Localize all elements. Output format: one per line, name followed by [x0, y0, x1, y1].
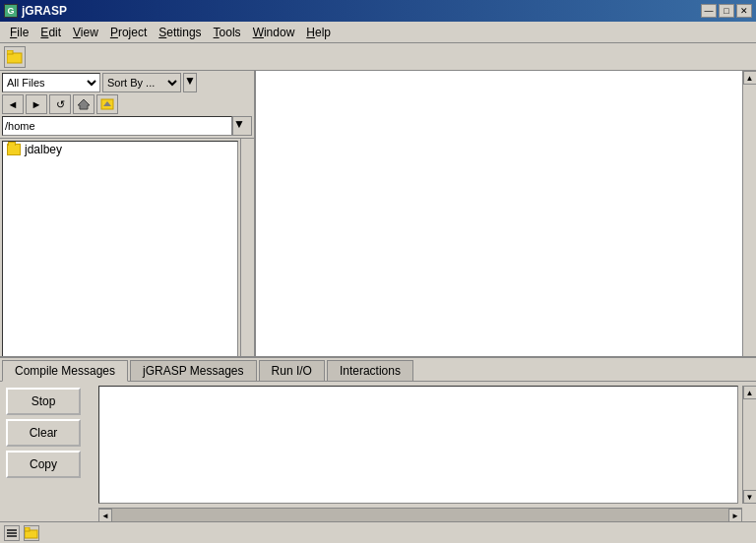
back-button[interactable]: ◄	[2, 94, 24, 114]
file-type-select[interactable]: All Files	[2, 73, 100, 92]
home-button[interactable]	[73, 94, 94, 114]
scroll-up-arrow[interactable]: ▲	[743, 71, 757, 85]
file-item-name: jdalbey	[25, 143, 62, 156]
status-bar	[0, 521, 756, 543]
forward-button[interactable]: ►	[26, 94, 47, 114]
left-scrollbar[interactable]	[240, 139, 254, 360]
menu-edit[interactable]: Edit	[34, 24, 67, 41]
right-scrollbar[interactable]: ▲ ▼	[742, 71, 756, 405]
svg-rect-1	[7, 50, 13, 54]
main-area: All Files Sort By ... ▼ ◄ ► ↺	[0, 71, 756, 405]
nav-row: ◄ ► ↺	[2, 94, 252, 114]
title-bar-left: G jGRASP	[4, 4, 67, 18]
menu-settings[interactable]: Settings	[153, 24, 207, 41]
svg-rect-5	[7, 529, 17, 531]
svg-rect-6	[7, 532, 17, 534]
list-item[interactable]: jdalbey	[3, 142, 237, 157]
menu-view[interactable]: View	[67, 24, 104, 41]
app-title: jGRASP	[22, 4, 67, 18]
refresh-button[interactable]: ↺	[49, 94, 71, 114]
stop-button[interactable]: Stop	[6, 388, 81, 415]
hscroll-track[interactable]	[112, 509, 728, 521]
maximize-button[interactable]: □	[719, 4, 734, 18]
output-scrollbar-v[interactable]: ▲ ▼	[742, 386, 756, 504]
bottom-content: Stop Clear Copy ▲ ▼	[0, 382, 756, 508]
menu-project[interactable]: Project	[104, 24, 153, 41]
svg-rect-9	[25, 527, 30, 531]
output-area[interactable]	[98, 386, 738, 504]
copy-button[interactable]: Copy	[6, 451, 81, 478]
file-browser-controls: All Files Sort By ... ▼ ◄ ► ↺	[0, 71, 254, 139]
menu-window[interactable]: Window	[247, 24, 301, 41]
status-list-icon[interactable]	[4, 525, 20, 541]
output-scroll-down[interactable]: ▼	[743, 490, 757, 504]
right-panel: ▲ ▼	[256, 71, 756, 405]
file-list: jdalbey	[2, 141, 238, 358]
path-row: ▼	[2, 116, 252, 136]
main-toolbar	[0, 43, 756, 71]
hscroll-right[interactable]: ►	[728, 509, 742, 522]
clear-button[interactable]: Clear	[6, 419, 81, 447]
tab-compile-messages[interactable]: Compile Messages	[2, 360, 128, 382]
menu-bar: File Edit View Project Settings Tools Wi…	[0, 22, 756, 43]
menu-help[interactable]: Help	[300, 24, 337, 41]
svg-rect-7	[7, 535, 17, 537]
bottom-panel: Compile Messages jGRASP Messages Run I/O…	[0, 356, 756, 543]
sort-dropdown-btn[interactable]: ▼	[183, 73, 197, 92]
sort-select[interactable]: Sort By ...	[102, 73, 181, 92]
tab-jgrasp-messages[interactable]: jGRASP Messages	[130, 360, 257, 381]
path-input[interactable]	[2, 116, 232, 136]
bottom-buttons: Stop Clear Copy	[0, 382, 98, 508]
output-hscrollbar[interactable]: ◄ ►	[98, 508, 742, 521]
output-scroll-up[interactable]: ▲	[743, 386, 757, 399]
window-controls: — □ ✕	[701, 4, 752, 18]
svg-marker-2	[78, 99, 90, 109]
bottom-tabs: Compile Messages jGRASP Messages Run I/O…	[0, 358, 756, 382]
open-folder-button[interactable]	[4, 46, 26, 68]
code-editor-area[interactable]	[256, 71, 756, 405]
tab-interactions[interactable]: Interactions	[327, 360, 413, 381]
app-icon: G	[4, 4, 18, 18]
title-bar: G jGRASP — □ ✕	[0, 0, 756, 22]
hscroll-left[interactable]: ◄	[98, 509, 112, 522]
close-button[interactable]: ✕	[736, 4, 752, 18]
status-folder-icon[interactable]	[24, 525, 39, 541]
folder-icon	[7, 144, 21, 155]
menu-file[interactable]: File	[4, 24, 34, 41]
up-button[interactable]	[96, 94, 118, 114]
tab-run-io[interactable]: Run I/O	[259, 360, 325, 381]
menu-tools[interactable]: Tools	[208, 24, 247, 41]
left-panel: All Files Sort By ... ▼ ◄ ► ↺	[0, 71, 256, 405]
minimize-button[interactable]: —	[701, 4, 717, 18]
file-type-row: All Files Sort By ... ▼	[2, 73, 252, 92]
path-dropdown-btn[interactable]: ▼	[232, 116, 252, 136]
